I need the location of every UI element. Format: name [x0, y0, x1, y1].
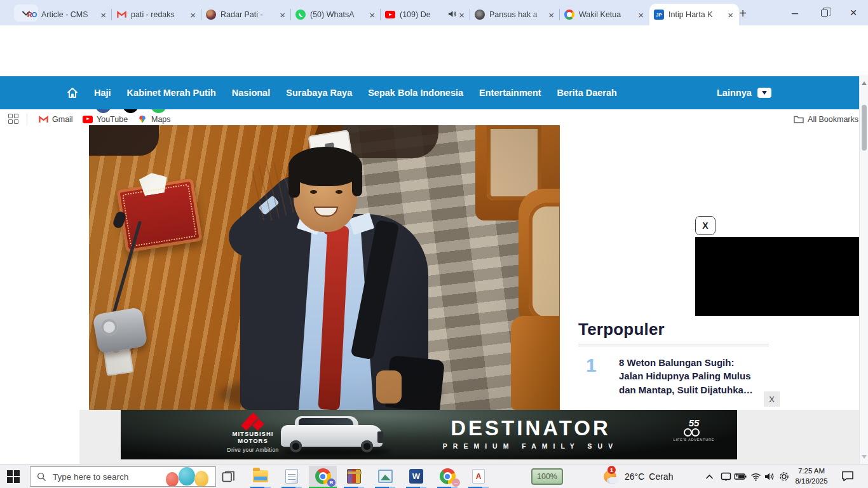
tray-ring-device-icon[interactable] [778, 471, 790, 482]
tab-close-button[interactable]: × [458, 10, 466, 20]
terpopuler-title: Terpopuler [578, 320, 769, 339]
page-scrollbar[interactable] [859, 76, 868, 464]
tab-close-button[interactable]: × [278, 10, 287, 20]
scrollbar-thumb[interactable] [862, 105, 867, 151]
tab-whatsapp[interactable]: (50) WhatsA × [291, 4, 381, 25]
nav-link-berita-daerah[interactable]: Berita Daerah [557, 88, 617, 98]
taskbar-chrome-second-profile[interactable]: – [433, 466, 461, 487]
ad-model-block: DESTINATOR PREMIUM FAMILY SUV [410, 417, 651, 450]
tray-chevron-up-icon[interactable] [703, 471, 715, 482]
nav-link-surabaya-raya[interactable]: Surabaya Raya [286, 88, 352, 98]
home-icon[interactable] [66, 86, 79, 102]
tab-radar-pati[interactable]: Radar Pati - × [201, 4, 291, 25]
task-view-button[interactable] [222, 470, 235, 484]
clock-date: 8/18/2025 [790, 477, 832, 487]
taskbar-notepad[interactable] [278, 466, 306, 487]
sidebar-ad-close-button[interactable]: X [695, 216, 715, 235]
terpopuler-section: Terpopuler [578, 320, 769, 346]
taskbar-clock[interactable]: 7:25 AM 8/18/2025 [790, 466, 832, 486]
bookmark-label: Gmail [52, 115, 73, 124]
ad-model-name: DESTINATOR [410, 417, 651, 440]
scrollbar-down-arrow[interactable] [862, 455, 867, 459]
terpopuler-item-1[interactable]: 1 8 Weton Balungan Sugih: Jalan Hidupnya… [578, 356, 763, 396]
taskbar-file-explorer[interactable] [247, 466, 275, 487]
apps-grid-icon[interactable] [8, 114, 19, 125]
bookmark-label: YouTube [97, 115, 128, 124]
tab-jawapos-active[interactable]: JP Intip Harta K × [649, 4, 739, 25]
search-icon [37, 472, 46, 482]
tab-close-button[interactable]: × [189, 10, 197, 20]
all-bookmarks-label: All Bookmarks [808, 115, 858, 124]
brand-tagline: Drive your Ambition [215, 447, 291, 453]
ad-model-subtitle: PREMIUM FAMILY SUV [410, 442, 651, 450]
nav-link-entertainment[interactable]: Entertainment [479, 88, 541, 98]
tray-cast-icon[interactable] [719, 471, 732, 482]
mitsubishi-banner-ad[interactable]: MITSUBISHIMOTORS Drive your Ambition DES… [121, 410, 737, 459]
action-center-icon[interactable] [841, 470, 855, 483]
tab-close-button[interactable]: × [726, 10, 735, 20]
article-image [89, 125, 560, 410]
search-highlight-balloons-icon[interactable] [163, 466, 209, 487]
youtube-favicon [385, 11, 395, 18]
terpopuler-rule [578, 344, 769, 346]
screen: RO Article - CMS × pati - redaks × Radar… [0, 0, 868, 488]
nav-more-dropdown[interactable]: Lainnya [717, 76, 771, 109]
weather-widget[interactable]: 1 26°C Cerah [602, 467, 673, 486]
taskbar-photos[interactable] [371, 466, 399, 487]
scrollbar-up-arrow[interactable] [862, 81, 867, 85]
tab-title: Radar Pati - [220, 10, 278, 19]
tab-audio-playing-icon[interactable] [448, 9, 456, 20]
tab-article-cms[interactable]: RO Article - CMS × [22, 4, 112, 25]
taskbar-chrome-active[interactable]: R [309, 466, 337, 487]
window-close-button[interactable]: × [839, 0, 868, 25]
taskbar-winrar[interactable] [340, 466, 368, 487]
tray-wifi-icon[interactable] [749, 471, 762, 482]
tray-battery-icon[interactable] [734, 471, 747, 482]
taskbar-word[interactable]: W [402, 466, 430, 487]
suv-wheel [290, 440, 302, 452]
tab-pansus[interactable]: Pansus hak a × [470, 4, 560, 25]
nav-link-nasional[interactable]: Nasional [232, 88, 270, 98]
gmail-favicon [116, 10, 126, 20]
taskbar-search-box[interactable]: Type here to search [30, 466, 216, 487]
rank-number: 1 [578, 356, 601, 396]
tab-title: Pansus hak a [489, 10, 547, 19]
tray-volume-icon[interactable] [763, 471, 776, 482]
nav-link-haji[interactable]: Haji [94, 88, 111, 98]
brand-line2: MOTORS [238, 437, 268, 444]
bookmarks-divider [27, 113, 27, 125]
bookmark-label: Maps [151, 115, 171, 124]
tab-title: Intip Harta K [668, 10, 726, 19]
bookmark-gmail[interactable]: Gmail [38, 111, 73, 127]
tab-close-button[interactable]: × [547, 10, 555, 20]
new-tab-button[interactable]: + [735, 6, 750, 21]
globe-favicon [475, 10, 485, 20]
taskbar-text-editor[interactable]: A [465, 466, 492, 487]
nav-link-sepak-bola-indonesia[interactable]: Sepak Bola Indonesia [368, 88, 463, 98]
youtube-icon [83, 114, 93, 125]
tab-youtube[interactable]: (109) De × [381, 4, 470, 25]
nav-link-kabinet-merah-putih[interactable]: Kabinet Merah Putih [127, 88, 216, 98]
sidebar-video-ad[interactable] [695, 237, 859, 316]
notepad-icon [285, 469, 298, 484]
winrar-icon [347, 469, 361, 484]
tab-close-button[interactable]: × [637, 10, 645, 20]
text-editor-icon: A [472, 469, 485, 484]
tab-close-button[interactable]: × [368, 10, 376, 20]
bookmarks-bar: Gmail YouTube Maps All Bookmarks [0, 54, 868, 76]
window-restore-button[interactable] [810, 0, 839, 25]
start-button[interactable] [7, 470, 20, 483]
windows-taskbar: Type here to search R W – A 100% 1 26°C … [0, 464, 868, 488]
tab-close-button[interactable]: × [99, 10, 107, 20]
tab-gmail[interactable]: pati - redaks × [112, 4, 201, 25]
battery-percentage-widget[interactable]: 100% [531, 468, 563, 485]
clock-time: 7:25 AM [790, 466, 832, 477]
photos-icon [378, 470, 393, 483]
brand-line1: MITSUBISHI [233, 430, 274, 437]
popular-article-title[interactable]: 8 Weton Balungan Sugih: Jalan Hidupnya P… [619, 356, 754, 396]
tab-google-search[interactable]: Wakil Ketua × [560, 4, 649, 25]
window-minimize-button[interactable]: – [780, 0, 810, 25]
banner-ad-close-button[interactable]: X [764, 391, 780, 407]
all-bookmarks-button[interactable]: All Bookmarks [794, 111, 858, 127]
google-favicon [564, 10, 574, 20]
